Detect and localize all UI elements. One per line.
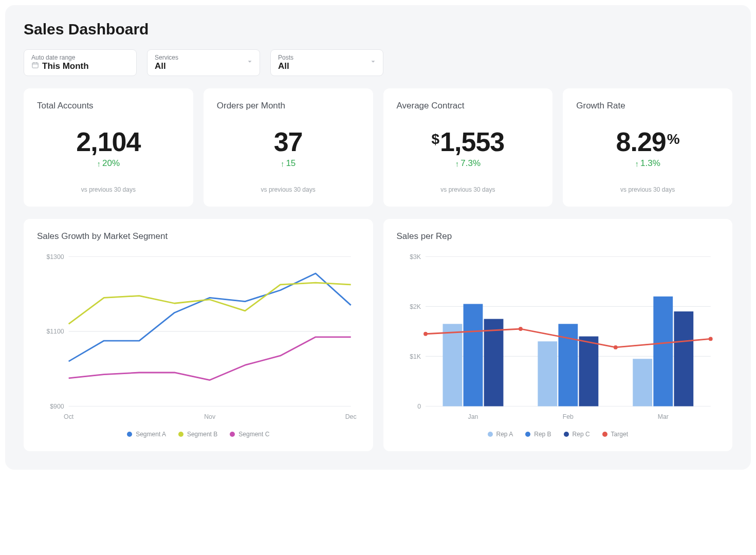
services-filter[interactable]: Services All [147, 49, 260, 76]
chevron-down-icon [370, 58, 377, 67]
chart-title: Sales Growth by Market Segment [37, 231, 360, 242]
arrow-up-icon: ↑ [281, 159, 285, 168]
bar-chart: 0$1K$2K$3KJanFebMar [397, 251, 720, 423]
svg-text:$3K: $3K [410, 253, 421, 261]
legend-swatch [488, 432, 493, 437]
kpi-delta: ↑20% [37, 158, 180, 169]
legend-label: Rep C [573, 431, 590, 438]
legend-label: Target [611, 431, 628, 438]
svg-text:$1K: $1K [410, 353, 421, 360]
filter-value: This Month [42, 61, 89, 71]
kpi-compare: vs previous 30 days [37, 186, 180, 193]
kpi-delta: ↑7.3% [397, 158, 540, 169]
svg-rect-28 [674, 311, 693, 406]
arrow-up-icon: ↑ [455, 159, 459, 168]
dashboard-page: Sales Dashboard Auto date range This Mon… [5, 5, 751, 470]
svg-text:Oct: Oct [64, 413, 74, 420]
legend-swatch [525, 432, 530, 437]
svg-point-32 [613, 345, 617, 349]
filter-value: All [278, 61, 289, 71]
legend-label: Segment A [136, 431, 166, 438]
svg-text:Dec: Dec [345, 413, 357, 420]
svg-rect-20 [484, 319, 503, 406]
chart-legend: Segment ASegment BSegment C [37, 431, 360, 438]
filter-bar: Auto date range This Month Services All … [24, 49, 732, 76]
date-range-filter[interactable]: Auto date range This Month [24, 49, 137, 76]
svg-text:Nov: Nov [204, 413, 216, 420]
svg-text:$1300: $1300 [46, 253, 64, 261]
kpi-label: Average Contract [397, 101, 540, 111]
kpi-card-average-contract: Average Contract$1,553↑7.3%vs previous 3… [383, 88, 553, 207]
legend-item: Segment A [127, 431, 166, 438]
legend-swatch [230, 432, 235, 437]
filter-label: Posts [278, 54, 376, 61]
svg-rect-24 [579, 337, 598, 406]
kpi-compare: vs previous 30 days [217, 186, 360, 193]
kpi-row: Total Accounts2,104↑20%vs previous 30 da… [24, 88, 732, 207]
svg-rect-19 [463, 304, 483, 406]
chart-card-sales-per-rep: Sales per Rep 0$1K$2K$3KJanFebMar Rep AR… [383, 219, 733, 451]
kpi-value: 8.29% [576, 126, 719, 157]
svg-rect-27 [653, 297, 673, 406]
svg-rect-18 [442, 324, 462, 406]
chart-card-sales-growth: Sales Growth by Market Segment $900$1100… [24, 219, 373, 451]
kpi-label: Orders per Month [217, 101, 360, 111]
kpi-value: 2,104 [37, 126, 180, 157]
kpi-label: Total Accounts [37, 101, 180, 111]
kpi-card-orders-per-month: Orders per Month37↑15vs previous 30 days [204, 88, 373, 207]
legend-label: Segment C [238, 431, 269, 438]
legend-swatch [602, 432, 607, 437]
svg-point-30 [423, 332, 428, 336]
legend-item: Rep C [564, 431, 590, 438]
legend-swatch [127, 432, 132, 437]
kpi-card-growth-rate: Growth Rate8.29%↑1.3%vs previous 30 days [563, 88, 732, 207]
kpi-delta: ↑1.3% [576, 158, 719, 169]
chart-legend: Rep ARep BRep CTarget [397, 431, 720, 438]
line-chart: $900$1100$1300OctNovDec [37, 251, 360, 423]
svg-rect-26 [633, 359, 652, 406]
svg-rect-0 [32, 63, 38, 68]
kpi-delta: ↑15 [217, 158, 360, 169]
svg-text:Mar: Mar [657, 413, 668, 420]
filter-value: All [155, 61, 166, 71]
svg-text:$2K: $2K [410, 303, 421, 310]
kpi-compare: vs previous 30 days [576, 186, 719, 193]
legend-item: Rep B [525, 431, 551, 438]
svg-point-33 [708, 337, 712, 341]
calendar-icon [31, 61, 39, 71]
chevron-down-icon [246, 58, 253, 67]
legend-item: Rep A [488, 431, 513, 438]
svg-text:$900: $900 [50, 403, 64, 410]
svg-text:0: 0 [417, 403, 421, 410]
svg-rect-22 [538, 341, 557, 406]
kpi-value: 37 [217, 126, 360, 157]
legend-item: Segment B [178, 431, 217, 438]
posts-filter[interactable]: Posts All [270, 49, 383, 76]
page-title: Sales Dashboard [24, 21, 732, 38]
kpi-value: $1,553 [397, 126, 540, 157]
legend-label: Segment B [187, 431, 217, 438]
chart-row: Sales Growth by Market Segment $900$1100… [24, 219, 732, 451]
svg-text:$1100: $1100 [46, 328, 64, 335]
legend-item: Target [602, 431, 628, 438]
legend-label: Rep B [534, 431, 551, 438]
svg-text:Jan: Jan [468, 413, 478, 420]
svg-text:Feb: Feb [562, 413, 573, 420]
legend-item: Segment C [230, 431, 269, 438]
kpi-compare: vs previous 30 days [397, 186, 540, 193]
legend-swatch [564, 432, 569, 437]
filter-label: Auto date range [31, 54, 129, 61]
kpi-card-total-accounts: Total Accounts2,104↑20%vs previous 30 da… [24, 88, 193, 207]
legend-swatch [178, 432, 183, 437]
filter-label: Services [155, 54, 252, 61]
chart-title: Sales per Rep [397, 231, 720, 242]
arrow-up-icon: ↑ [97, 159, 101, 168]
kpi-label: Growth Rate [576, 101, 719, 111]
arrow-up-icon: ↑ [635, 159, 639, 168]
legend-label: Rep A [496, 431, 513, 438]
svg-point-31 [518, 327, 522, 331]
